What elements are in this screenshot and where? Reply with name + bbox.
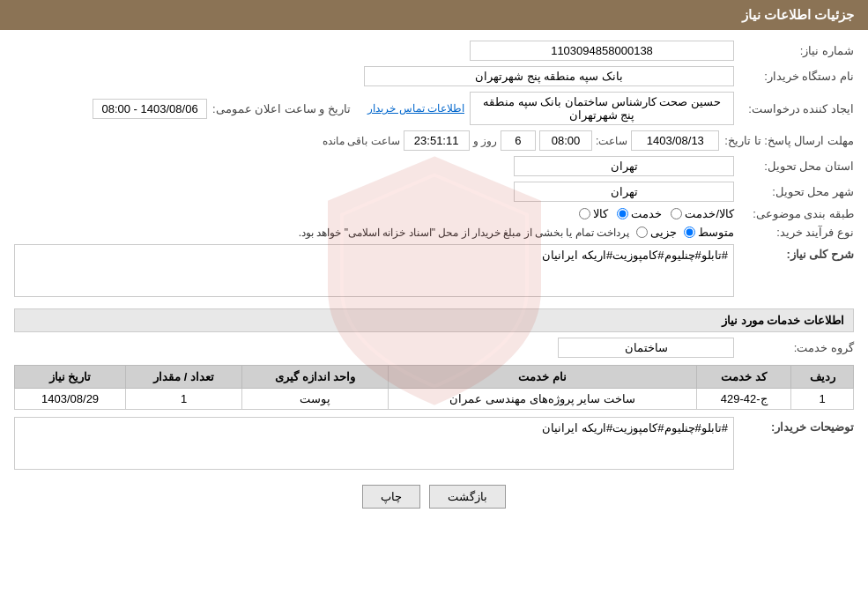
announcement-row: ایجاد کننده درخواست: حسین صحت کارشناس سا… xyxy=(14,92,854,125)
send-deadline-label: مهلت ارسال پاسخ: تا تاریخ: xyxy=(724,134,854,147)
purchase-type-medium[interactable]: متوسط xyxy=(684,226,734,239)
description-textarea[interactable]: ‫#تابلو#چنلیوم#کامپوزیت#اریکه ایرانیان‬ xyxy=(14,244,734,297)
buyer-description-section: توضیحات خریدار: ‫#تابلو#چنلیوم#کامپوزیت#… xyxy=(14,417,854,472)
col-qty: تعداد / مقدار xyxy=(126,366,242,389)
creator-label: ایجاد کننده درخواست: xyxy=(739,102,854,115)
category-label: طبقه بندی موضوعی: xyxy=(739,207,854,220)
col-unit: واحد اندازه گیری xyxy=(242,366,389,389)
print-button[interactable]: چاپ xyxy=(362,485,420,509)
purchase-type-partial[interactable]: جزیی xyxy=(636,226,677,239)
announcement-date-value: 1403/08/06 - 08:00 xyxy=(93,99,207,119)
need-number-row: شماره نیاز: 1103094858000138 xyxy=(14,41,854,61)
col-row: ردیف xyxy=(791,366,854,389)
group-service-label: گروه خدمت: xyxy=(739,341,854,354)
deadline-remaining-label: ساعت باقی مانده xyxy=(323,135,400,147)
table-row: 1 ج-42-429 ساخت سایر پروژه‌های مهندسی عم… xyxy=(15,389,854,410)
group-service-value: ساختمان xyxy=(558,338,734,358)
city-label: شهر محل تحویل: xyxy=(739,185,854,198)
org-name-value: بانک سپه منطقه پنج شهرتهران xyxy=(364,66,734,86)
city-value: تهران xyxy=(514,182,734,202)
deadline-date-value: 1403/08/13 xyxy=(631,130,719,151)
deadline-row: مهلت ارسال پاسخ: تا تاریخ: 1403/08/13 سا… xyxy=(14,130,854,151)
deadline-time-label: ساعت: xyxy=(596,135,627,147)
buyer-description-label: توضیحات خریدار: xyxy=(739,417,854,434)
deadline-days-label: روز و xyxy=(473,135,497,147)
purchase-type-note: پرداخت تمام یا بخشی از مبلغ خریدار از مح… xyxy=(299,227,629,239)
province-value: تهران xyxy=(514,156,734,176)
cell-unit: پوست xyxy=(242,389,389,410)
page-title: جزئیات اطلاعات نیاز xyxy=(742,7,854,22)
deadline-time-value: 08:00 xyxy=(539,130,592,151)
creator-value: حسین صحت کارشناس ساختمان بانک سپه منطقه … xyxy=(470,92,734,125)
province-label: استان محل تحویل: xyxy=(739,160,854,173)
category-row: طبقه بندی موضوعی: کالا/خدمت خدمت کالا xyxy=(14,207,854,220)
col-code: کد خدمت xyxy=(696,366,790,389)
col-name: نام خدمت xyxy=(389,366,697,389)
category-option-kala[interactable]: کالا xyxy=(579,207,608,220)
back-button[interactable]: بازگشت xyxy=(429,485,506,509)
deadline-days-value: 6 xyxy=(501,130,536,151)
description-label: شرح کلی نیاز: xyxy=(739,244,854,261)
purchase-type-label: نوع فرآیند خرید: xyxy=(739,226,854,239)
cell-name: ساخت سایر پروژه‌های مهندسی عمران xyxy=(389,389,697,410)
cell-row: 1 xyxy=(791,389,854,410)
purchase-type-row: نوع فرآیند خرید: متوسط جزیی پرداخت تمام … xyxy=(14,226,854,239)
need-number-label: شماره نیاز: xyxy=(739,44,854,57)
page-header: جزئیات اطلاعات نیاز xyxy=(0,0,868,30)
services-table: ردیف کد خدمت نام خدمت واحد اندازه گیری ت… xyxy=(14,365,854,410)
services-table-section: ردیف کد خدمت نام خدمت واحد اندازه گیری ت… xyxy=(14,365,854,410)
buyer-description-textarea[interactable]: ‫#تابلو#چنلیوم#کامپوزیت#اریکه ایرانیان‬ xyxy=(14,417,734,470)
category-option-khedmat[interactable]: خدمت xyxy=(617,207,662,220)
cell-code: ج-42-429 xyxy=(696,389,790,410)
deadline-remaining-value: 23:51:11 xyxy=(404,130,470,151)
org-name-row: نام دستگاه خریدار: بانک سپه منطقه پنج شه… xyxy=(14,66,854,86)
need-number-value: 1103094858000138 xyxy=(470,41,734,61)
province-row: استان محل تحویل: تهران xyxy=(14,156,854,176)
col-date: تاریخ نیاز xyxy=(15,366,126,389)
services-section-title: اطلاعات خدمات مورد نیاز xyxy=(14,308,854,332)
cell-qty: 1 xyxy=(126,389,242,410)
contact-link[interactable]: اطلاعات تماس خریدار xyxy=(367,102,464,115)
button-row: بازگشت چاپ xyxy=(14,485,854,523)
cell-date: 1403/08/29 xyxy=(15,389,126,410)
description-section: شرح کلی نیاز: ‫#تابلو#چنلیوم#کامپوزیت#ار… xyxy=(14,244,854,300)
group-service-row: گروه خدمت: ساختمان xyxy=(14,338,854,358)
city-row: شهر محل تحویل: تهران xyxy=(14,182,854,202)
category-option-kala-khedmat[interactable]: کالا/خدمت xyxy=(671,207,734,220)
announcement-date-label: تاریخ و ساعت اعلان عمومی: xyxy=(212,102,351,115)
org-name-label: نام دستگاه خریدار: xyxy=(739,70,854,83)
